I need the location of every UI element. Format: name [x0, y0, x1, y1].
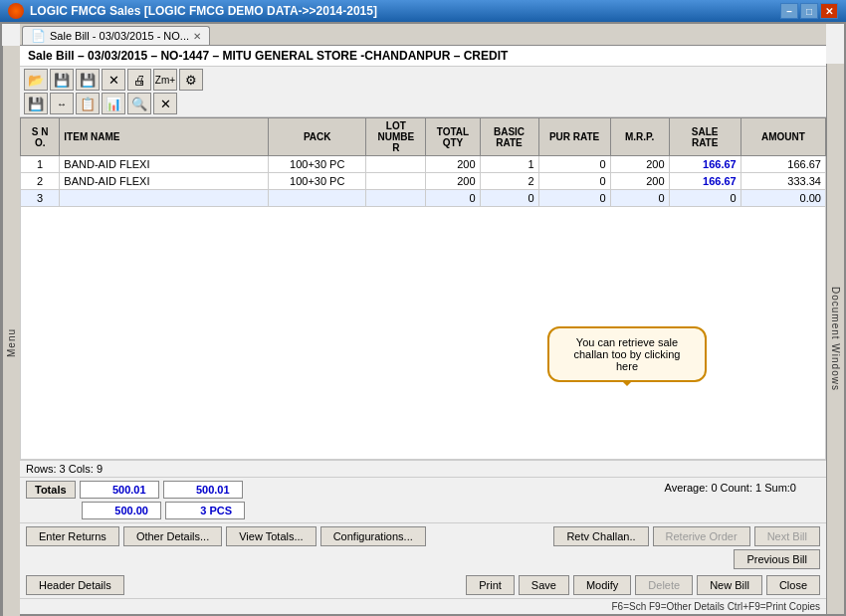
right-stats: Average: 0 Count: 1 Sum:0	[665, 482, 797, 494]
tb-save2-btn[interactable]: 💾	[76, 69, 100, 91]
retv-challan-button[interactable]: Retv Challan..	[553, 526, 648, 546]
cell-lot-number	[366, 173, 426, 190]
cell-amount: 166.67	[740, 156, 825, 173]
cell-pack: 100+30 PC	[269, 156, 366, 173]
footer-btns: Header Details Print Save Modify Delete …	[20, 572, 826, 598]
tb-open-btn[interactable]: 📂	[24, 69, 48, 91]
tooltip-bubble: You can retrieve sale challan too by cli…	[547, 326, 707, 382]
totals-pcs: 3 PCS	[165, 502, 245, 519]
col-item-name: ITEM NAME	[60, 118, 269, 156]
cell-total-qty: 0	[426, 190, 480, 207]
cell-total-qty: 200	[426, 173, 480, 190]
col-sale-rate: SALERATE	[669, 118, 740, 156]
col-lot-number: LOTNUMBER	[366, 118, 426, 156]
maximize-button[interactable]: □	[800, 3, 818, 19]
cell-amount: 333.34	[740, 173, 825, 190]
tb-print-btn[interactable]: 🖨	[127, 69, 151, 91]
cell-item-name: BAND-AID FLEXI	[60, 173, 269, 190]
shortcut-text: F6=Sch F9=Other Details Ctrl+F9=Print Co…	[611, 601, 820, 612]
cell-mrp: 0	[610, 190, 669, 207]
tb-save3-btn[interactable]: 💾	[24, 93, 48, 114]
btn-row-1: Enter Returns Other Details... View Tota…	[20, 523, 826, 549]
next-bill-button[interactable]: Next Bill	[754, 526, 820, 546]
cell-pur-rate: 0	[538, 173, 610, 190]
cell-item-name: BAND-AID FLEXI	[60, 156, 269, 173]
cell-item-name	[60, 190, 269, 207]
totals-qty-row: 500.00 3 PCS	[20, 502, 826, 522]
tb-chart-btn[interactable]: 📊	[102, 93, 125, 114]
cell-sno: 3	[21, 190, 60, 207]
tb-config-btn[interactable]: ⚙	[179, 69, 203, 91]
cell-mrp: 200	[610, 156, 669, 173]
totals-qty: 500.00	[82, 502, 161, 519]
save-button[interactable]: Save	[519, 575, 569, 595]
bottom-area: Enter Returns Other Details... View Tota…	[20, 522, 826, 598]
col-pur-rate: PUR RATE	[538, 118, 610, 156]
header-details-button[interactable]: Header Details	[26, 575, 124, 595]
cell-sale-rate: 166.67	[669, 173, 740, 190]
configurations-button[interactable]: Configurations...	[320, 526, 426, 546]
cell-mrp: 200	[610, 173, 669, 190]
previous-bill-row: Previous Bill	[20, 549, 826, 572]
col-pack: PACK	[269, 118, 366, 156]
table-row[interactable]: 2 BAND-AID FLEXI 100+30 PC 200 2 0 200 1…	[21, 173, 826, 190]
cell-lot-number	[366, 190, 426, 207]
tb-search-btn[interactable]: 🔍	[127, 93, 151, 114]
cell-amount: 0.00	[740, 190, 825, 207]
status-text: Rows: 3 Cols: 9	[26, 463, 103, 475]
shortcut-bar: F6=Sch F9=Other Details Ctrl+F9=Print Co…	[20, 598, 826, 614]
tb-arrows-btn[interactable]: ↔	[50, 93, 74, 114]
main-window: Menu Document Windows 📄 Sale Bill - 03/0…	[0, 22, 846, 616]
tab-close-button[interactable]: ✕	[193, 31, 201, 42]
window-close-button[interactable]: ✕	[820, 3, 838, 19]
cell-lot-number	[366, 156, 426, 173]
tooltip-text: You can retrieve sale challan too by cli…	[573, 336, 680, 372]
col-basic-rate: BASICRATE	[480, 118, 538, 156]
previous-bill-button[interactable]: Previous Bill	[734, 549, 820, 569]
cell-sno: 1	[21, 156, 60, 173]
totals-value2: 500.01	[163, 481, 243, 499]
doc-header: Sale Bill – 03/03/2015 – NO-1447 – MITU …	[20, 46, 826, 67]
totals-value1: 500.01	[80, 481, 159, 499]
cell-sale-rate: 0	[669, 190, 740, 207]
tb-close-btn[interactable]: ✕	[102, 69, 125, 91]
menu-label: Menu	[2, 46, 20, 616]
table-row[interactable]: 3 0 0 0 0 0 0.00	[21, 190, 826, 207]
table-row[interactable]: 1 BAND-AID FLEXI 100+30 PC 200 1 0 200 1…	[21, 156, 826, 173]
data-table: S NO. ITEM NAME PACK LOTNUMBER TOTALQTY …	[20, 117, 826, 207]
tab-bar: 📄 Sale Bill - 03/03/2015 - NO... ✕	[20, 24, 826, 46]
cell-pack: 100+30 PC	[269, 173, 366, 190]
totals-label: Totals	[26, 481, 76, 499]
col-total-qty: TOTALQTY	[426, 118, 480, 156]
tb-copy-btn[interactable]: 📋	[76, 93, 100, 114]
cell-pur-rate: 0	[538, 190, 610, 207]
delete-button[interactable]: Delete	[635, 575, 693, 595]
tb-save-btn[interactable]: 💾	[50, 69, 74, 91]
cell-sale-rate: 166.67	[669, 156, 740, 173]
reterive-order-button[interactable]: Reterive Order	[653, 526, 750, 546]
print-button[interactable]: Print	[466, 575, 515, 595]
doc-header-text: Sale Bill – 03/03/2015 – NO-1447 – MITU …	[28, 49, 508, 63]
modify-button[interactable]: Modify	[573, 575, 631, 595]
minimize-button[interactable]: –	[780, 3, 798, 19]
other-details-button[interactable]: Other Details...	[123, 526, 222, 546]
tb-zoom-btn[interactable]: Zm+	[153, 69, 177, 91]
col-mrp: M.R.P.	[610, 118, 669, 156]
sale-bill-tab[interactable]: 📄 Sale Bill - 03/03/2015 - NO... ✕	[22, 26, 210, 45]
col-amount: AMOUNT	[740, 118, 825, 156]
tb-delete-btn[interactable]: ✕	[153, 93, 177, 114]
enter-returns-button[interactable]: Enter Returns	[26, 526, 119, 546]
totals-area: Totals 500.01 500.01 You can retrieve sa…	[20, 477, 826, 502]
status-bar: Rows: 3 Cols: 9	[20, 460, 826, 477]
cell-basic-rate: 1	[480, 156, 538, 173]
cell-sno: 2	[21, 173, 60, 190]
toolbar-row-2: 💾 ↔ 📋 📊 🔍 ✕	[24, 93, 822, 114]
new-bill-button[interactable]: New Bill	[697, 575, 762, 595]
close-button[interactable]: Close	[766, 575, 820, 595]
cell-basic-rate: 0	[480, 190, 538, 207]
app-icon	[8, 3, 24, 19]
title-bar: LOGIC FMCG Sales [LOGIC FMCG DEMO DATA->…	[0, 0, 846, 22]
view-totals-button[interactable]: View Totals...	[226, 526, 316, 546]
cell-pur-rate: 0	[538, 156, 610, 173]
col-sno: S NO.	[21, 118, 60, 156]
